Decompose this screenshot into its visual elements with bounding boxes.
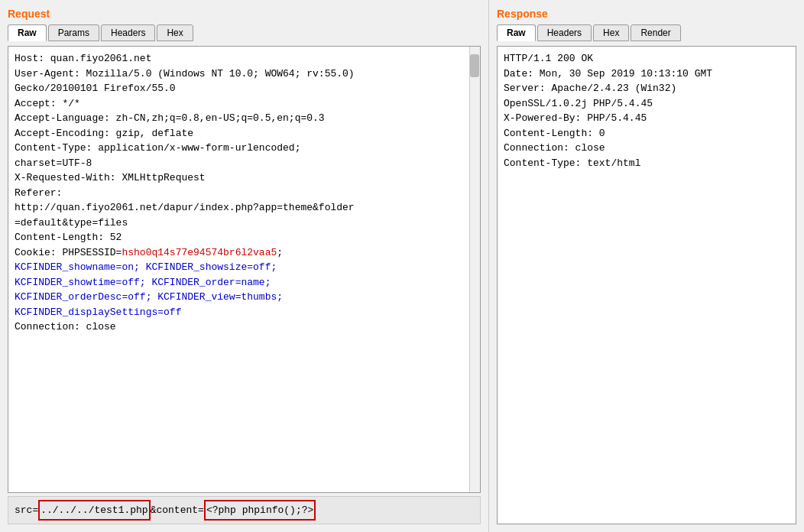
cookie-value: hsho0q14s77e94574br6l2vaa5: [122, 247, 277, 258]
line-http-status: HTTP/1.1 200 OK: [504, 51, 789, 66]
line-accept-language: Accept-Language: zh-CN,zh;q=0.8,en-US;q=…: [15, 111, 463, 126]
line-date: Date: Mon, 30 Sep 2019 10:13:10 GMT: [504, 66, 789, 82]
line-referer-url2: =default&type=files: [15, 216, 463, 231]
line-cookie: Cookie: PHPSESSID=hsho0q14s77e94574br6l2…: [15, 245, 463, 261]
line-resp-content-type: Content-Type: text/html: [504, 156, 789, 171]
scrollbar-thumb[interactable]: [470, 54, 479, 77]
line-host: Host: quan.fiyo2061.net: [15, 51, 463, 66]
line-gecko: Gecko/20100101 Firefox/55.0: [15, 81, 463, 96]
line-x-powered-by: X-Powered-By: PHP/5.4.45: [504, 111, 789, 126]
line-content-type: Content-Type: application/x-www-form-url…: [15, 141, 463, 156]
src-content-highlight: <?php phpinfo();?>: [204, 500, 316, 521]
line-charset: charset=UTF-8: [15, 156, 463, 171]
line-kcfinder-1: KCFINDER_showname=on; KCFINDER_showsize=…: [15, 260, 463, 275]
line-accept-encoding: Accept-Encoding: gzip, deflate: [15, 126, 463, 141]
right-panel: Response Raw Headers Hex Render HTTP/1.1…: [489, 0, 804, 532]
line-kcfinder-4: KCFINDER_displaySettings=off: [15, 305, 463, 320]
line-kcfinder-2: KCFINDER_showtime=off; KCFINDER_order=na…: [15, 275, 463, 290]
line-connection: Connection: close: [15, 320, 463, 335]
line-resp-connection: Connection: close: [504, 141, 789, 156]
tab-hex-request[interactable]: Hex: [157, 24, 193, 41]
response-tab-bar: Raw Headers Hex Render: [497, 24, 796, 41]
line-resp-content-length: Content-Length: 0: [504, 126, 789, 141]
tab-headers-request[interactable]: Headers: [101, 24, 155, 41]
line-useragent: User-Agent: Mozilla/5.0 (Windows NT 10.0…: [15, 66, 463, 82]
tab-params-request[interactable]: Params: [48, 24, 99, 41]
line-referer-label: Referer:: [15, 186, 463, 201]
src-prefix: src=: [15, 501, 38, 519]
left-panel: Request Raw Params Headers Hex Host: qua…: [0, 0, 489, 532]
tab-raw-response[interactable]: Raw: [497, 24, 536, 41]
line-x-requested: X-Requested-With: XMLHttpRequest: [15, 170, 463, 186]
tab-render-response[interactable]: Render: [631, 24, 680, 41]
response-content-area: HTTP/1.1 200 OK Date: Mon, 30 Sep 2019 1…: [497, 46, 796, 524]
request-tab-bar: Raw Params Headers Hex: [8, 24, 481, 41]
tab-hex-response[interactable]: Hex: [593, 24, 629, 41]
response-title: Response: [497, 8, 796, 20]
request-title: Request: [8, 8, 481, 20]
line-accept: Accept: */*: [15, 96, 463, 112]
line-referer-url1: http://quan.fiyo2061.net/dapur/index.php…: [15, 200, 463, 216]
line-openssl: OpenSSL/1.0.2j PHP/5.4.45: [504, 96, 789, 112]
src-middle: &content=: [151, 501, 204, 519]
tab-raw-request[interactable]: Raw: [8, 24, 47, 41]
line-content-length: Content-Length: 52: [15, 230, 463, 245]
line-kcfinder-3: KCFINDER_orderDesc=off; KCFINDER_view=th…: [15, 290, 463, 305]
request-content-area: Host: quan.fiyo2061.net User-Agent: Mozi…: [8, 46, 481, 493]
scrollbar[interactable]: [469, 47, 480, 492]
tab-headers-response[interactable]: Headers: [537, 24, 592, 41]
request-bottom-bar: src=../../../test1.php&content=<?php php…: [8, 496, 481, 524]
src-path-highlight: ../../../test1.php: [38, 500, 150, 521]
src-line: src=../../../test1.php&content=<?php php…: [15, 500, 474, 521]
line-server: Server: Apache/2.4.23 (Win32): [504, 81, 789, 96]
